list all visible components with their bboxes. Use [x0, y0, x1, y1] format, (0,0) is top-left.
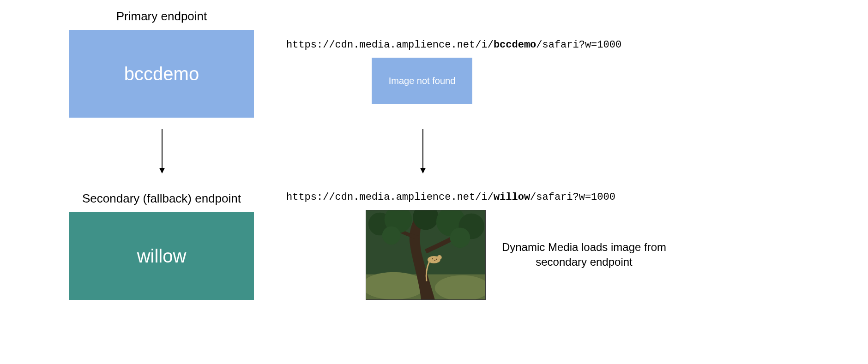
image-not-found-label: Image not found: [389, 76, 456, 86]
url-suffix: /safari?w=1000: [536, 39, 621, 51]
url-account-primary: bccdemo: [494, 39, 536, 51]
image-not-found-box: Image not found: [372, 58, 472, 104]
primary-endpoint-box: bccdemo: [69, 30, 254, 118]
svg-point-13: [432, 258, 433, 259]
primary-endpoint-label: Primary endpoint: [69, 9, 254, 24]
url-account-secondary: willow: [494, 191, 530, 203]
secondary-endpoint-name: willow: [137, 246, 187, 267]
svg-point-14: [434, 260, 435, 261]
secondary-caption: Dynamic Media loads image from secondary…: [501, 240, 667, 270]
arrow-down-left: [162, 129, 163, 173]
secondary-endpoint-box: willow: [69, 212, 254, 300]
url-prefix-2: https://cdn.media.amplience.net/i/: [286, 191, 494, 203]
svg-point-10: [382, 226, 401, 245]
fallback-diagram: Primary endpoint bccdemo Secondary (fall…: [0, 0, 868, 364]
svg-point-15: [436, 259, 437, 260]
arrow-down-right: [422, 129, 423, 173]
svg-point-9: [450, 227, 470, 248]
primary-endpoint-name: bccdemo: [124, 64, 199, 84]
caption-line-2: secondary endpoint: [536, 256, 632, 268]
secondary-endpoint-label: Secondary (fallback) endpoint: [69, 191, 254, 206]
url-suffix-2: /safari?w=1000: [530, 191, 615, 203]
caption-line-1: Dynamic Media loads image from: [502, 241, 666, 253]
primary-url: https://cdn.media.amplience.net/i/bccdem…: [286, 39, 621, 51]
safari-image: [366, 210, 486, 300]
secondary-url: https://cdn.media.amplience.net/i/willow…: [286, 191, 615, 203]
svg-point-12: [437, 255, 442, 260]
url-prefix: https://cdn.media.amplience.net/i/: [286, 39, 494, 51]
